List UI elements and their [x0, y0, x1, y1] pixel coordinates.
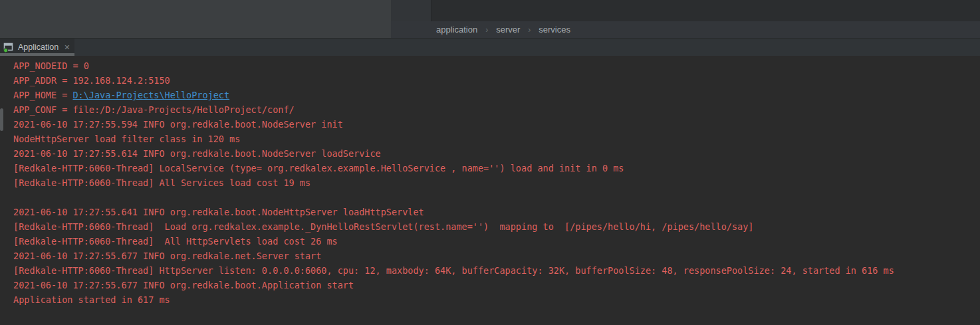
console-line: 2021-06-10 17:27:55.677 INFO org.redkale… [13, 249, 980, 263]
console-line: NodeHttpServer load filter class in 120 … [13, 132, 980, 146]
console-text: Application started in 617 ms [13, 294, 170, 305]
console-line: APP_HOME = D:\Java-Projects\HelloProject [13, 88, 980, 102]
console-text: [Redkale-HTTP:6060-Thread] Load org.redk… [13, 221, 754, 232]
console-line: [Redkale-HTTP:6060-Thread] Load org.redk… [13, 219, 980, 234]
run-toolwindow-tab-bar: Application ✕ [0, 38, 980, 56]
breadcrumb-separator-icon: › [528, 25, 531, 35]
run-console-icon [3, 43, 14, 53]
breadcrumb: application›server›services [436, 25, 570, 35]
console-text: [Redkale-HTTP:6060-Thread] HttpServer li… [13, 265, 894, 276]
console-text: APP_ADDR = 192.168.124.2:5150 [13, 75, 170, 86]
console-line: APP_CONF = file:/D:/Java-Projects/HelloP… [13, 102, 980, 117]
close-icon[interactable]: ✕ [64, 44, 70, 51]
console-line [13, 190, 980, 205]
console-line: Application started in 617 ms [13, 292, 980, 307]
console-text: APP_NODEID = 0 [13, 60, 89, 71]
top-strip: application›server›services [0, 0, 980, 38]
breadcrumb-item-application[interactable]: application [436, 25, 477, 35]
console-line: APP_ADDR = 192.168.124.2:5150 [13, 73, 980, 88]
console-text: 2021-06-10 17:27:55.641 INFO org.redkale… [13, 207, 424, 217]
console-text: 2021-06-10 17:27:55.677 INFO org.redkale… [13, 280, 354, 290]
console-text: APP_CONF = file:/D:/Java-Projects/HelloP… [13, 104, 295, 115]
console-line: [Redkale-HTTP:6060-Thread] LocalService … [13, 161, 980, 175]
editor-gutter-strip [391, 0, 431, 21]
console-line: [Redkale-HTTP:6060-Thread] HttpServer li… [13, 263, 980, 278]
console-line: 2021-06-10 17:27:55.641 INFO org.redkale… [13, 205, 980, 219]
console-output[interactable]: APP_NODEID = 0APP_ADDR = 192.168.124.2:5… [0, 56, 980, 325]
console-text: 2021-06-10 17:27:55.614 INFO org.redkale… [13, 148, 381, 159]
console-scrollbar-thumb[interactable] [0, 108, 3, 131]
breadcrumb-item-server[interactable]: server [496, 25, 520, 35]
breadcrumb-bar: application›server›services [391, 21, 980, 38]
console-text: NodeHttpServer load filter class in 120 … [13, 134, 240, 144]
console-text: 2021-06-10 17:27:55.677 INFO org.redkale… [13, 251, 321, 261]
editor-pane-right [431, 0, 980, 21]
console-line: [Redkale-HTTP:6060-Thread] All HttpServl… [13, 234, 980, 249]
breadcrumb-item-services[interactable]: services [539, 25, 570, 35]
console-line: APP_NODEID = 0 [13, 58, 980, 73]
console-line: [Redkale-HTTP:6060-Thread] All Services … [13, 175, 980, 190]
app-home-link[interactable]: D:\Java-Projects\HelloProject [72, 90, 229, 100]
console-line: 2021-06-10 17:27:55.677 INFO org.redkale… [13, 278, 980, 292]
console-text: 2021-06-10 17:27:55.594 INFO org.redkale… [13, 119, 343, 130]
breadcrumb-separator-icon: › [485, 25, 488, 35]
console-text: [Redkale-HTTP:6060-Thread] All HttpServl… [13, 236, 338, 247]
console-line: 2021-06-10 17:27:55.614 INFO org.redkale… [13, 146, 980, 161]
console-text: [Redkale-HTTP:6060-Thread] LocalService … [13, 163, 624, 173]
editor-area [0, 0, 391, 38]
console-text: APP_HOME = [13, 90, 72, 100]
console-text: [Redkale-HTTP:6060-Thread] All Services … [13, 177, 310, 188]
tab-label: Application [18, 43, 59, 52]
console-line: 2021-06-10 17:27:55.594 INFO org.redkale… [13, 117, 980, 132]
